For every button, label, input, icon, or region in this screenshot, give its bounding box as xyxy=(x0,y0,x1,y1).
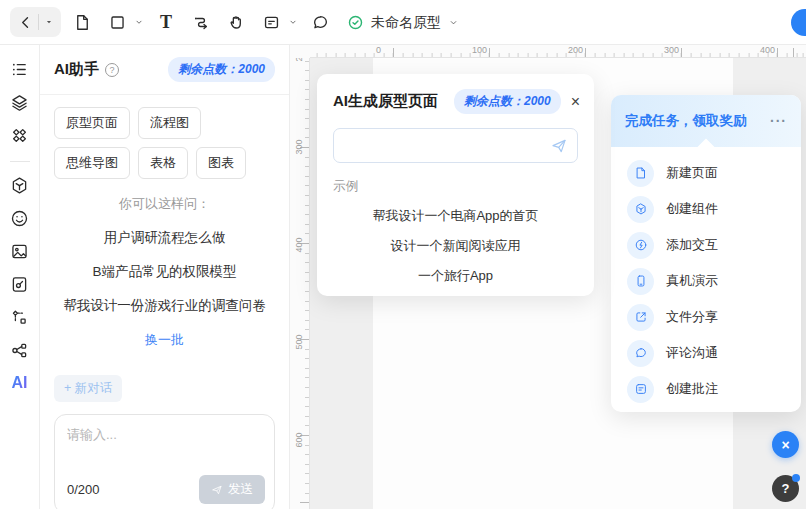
task-item-new-page[interactable]: 新建页面 xyxy=(611,155,801,191)
title-caret-icon[interactable] xyxy=(448,17,459,28)
comment-icon xyxy=(627,340,654,367)
chat-input-card: 0/200 发送 xyxy=(54,414,275,509)
type-button-table[interactable]: 表格 xyxy=(138,147,188,179)
example-item[interactable]: 一个旅行App xyxy=(317,267,594,285)
task-item-annotation[interactable]: 创建批注 xyxy=(611,371,801,407)
more-icon[interactable]: ··· xyxy=(770,114,787,128)
connector-tool-icon[interactable] xyxy=(187,8,215,36)
ruler-corner xyxy=(290,45,310,58)
saved-check-icon xyxy=(347,14,364,31)
ai-panel-body: 原型页面 流程图 思维导图 表格 图表 你可以这样问： 用户调研流程怎么做 B端… xyxy=(40,95,289,509)
send-button-label: 发送 xyxy=(228,481,253,498)
interaction-icon xyxy=(627,232,654,259)
emoji-icon[interactable] xyxy=(7,206,33,230)
task-label: 添加交互 xyxy=(666,236,718,254)
hand-tool-icon[interactable] xyxy=(222,8,250,36)
text-tool-icon[interactable]: T xyxy=(152,8,180,36)
task-label: 评论沟通 xyxy=(666,344,718,362)
example-item[interactable]: 设计一个新闻阅读应用 xyxy=(317,237,594,255)
new-page-icon[interactable] xyxy=(68,8,96,36)
ruler-label: 400 xyxy=(293,230,305,260)
tasks-header: 完成任务，领取奖励 ··· xyxy=(611,95,801,147)
notes-panel-icon[interactable] xyxy=(257,8,285,36)
refresh-suggestions-link[interactable]: 换一批 xyxy=(54,331,275,349)
components-icon[interactable] xyxy=(7,123,33,147)
frame-tool-caret-icon[interactable] xyxy=(133,8,145,36)
task-label: 真机演示 xyxy=(666,272,718,290)
dialog-header: AI生成原型页面 剩余点数：2000 × xyxy=(317,74,594,120)
ai-assistant-rail-item[interactable]: AI xyxy=(12,374,28,392)
dialog-title: AI生成原型页面 xyxy=(333,92,438,111)
type-button-prototype[interactable]: 原型页面 xyxy=(54,107,130,139)
send-icon[interactable] xyxy=(550,137,568,155)
component-icon xyxy=(627,196,654,223)
image-icon[interactable] xyxy=(7,239,33,263)
new-chat-button[interactable]: + 新对话 xyxy=(54,375,122,402)
task-item-device-preview[interactable]: 真机演示 xyxy=(611,263,801,299)
design-asset-icon[interactable] xyxy=(7,272,33,296)
char-count: 0/200 xyxy=(67,482,100,497)
app-window: T 未命名原型 xyxy=(0,0,806,509)
top-toolbar: T 未命名原型 xyxy=(0,0,806,45)
layers-icon[interactable] xyxy=(7,90,33,114)
ruler-label: 200 xyxy=(568,45,583,55)
close-icon[interactable]: × xyxy=(571,94,580,110)
suggestion-item[interactable]: 帮我设计一份游戏行业的调查问卷 xyxy=(54,297,275,315)
help-button[interactable]: ? xyxy=(772,475,799,502)
notification-dot xyxy=(792,474,800,482)
ruler-label: 600 xyxy=(293,425,305,455)
tasks-reward-panel: 完成任务，领取奖励 ··· 新建页面 创建组件 xyxy=(611,95,801,412)
task-item-add-interaction[interactable]: 添加交互 xyxy=(611,227,801,263)
document-title[interactable]: 未命名原型 xyxy=(371,14,441,32)
suggestion-item[interactable]: B端产品常见的权限模型 xyxy=(54,263,275,281)
ruler-label: 0 xyxy=(376,45,381,55)
points-badge: 剩余点数：2000 xyxy=(168,57,275,82)
device-preview-icon xyxy=(627,268,654,295)
material-icon[interactable] xyxy=(7,173,33,197)
prompt-input-wrap xyxy=(333,128,578,163)
chat-input[interactable] xyxy=(67,426,262,468)
type-button-flowchart[interactable]: 流程图 xyxy=(138,107,201,139)
back-icon[interactable] xyxy=(12,8,38,36)
divider xyxy=(10,161,30,162)
task-label: 创建批注 xyxy=(666,380,718,398)
frame-tool-icon[interactable] xyxy=(103,8,131,36)
task-item-file-share[interactable]: 文件分享 xyxy=(611,299,801,335)
vertical-ruler: 200 300 400 500 600 xyxy=(290,58,310,509)
type-button-mindmap[interactable]: 思维导图 xyxy=(54,147,130,179)
points-badge: 剩余点数：2000 xyxy=(454,89,561,114)
flow-share-icon[interactable] xyxy=(7,338,33,362)
ai-panel-title: AI助手 xyxy=(54,60,99,79)
type-button-chart[interactable]: 图表 xyxy=(196,147,246,179)
tasks-list: 新建页面 创建组件 添加交互 xyxy=(611,147,801,413)
suggestion-item[interactable]: 用户调研流程怎么做 xyxy=(54,229,275,247)
ai-generate-dialog: AI生成原型页面 剩余点数：2000 × 示例 帮我设计一个电商App的首页 设… xyxy=(317,74,594,296)
task-item-comment[interactable]: 评论沟通 xyxy=(611,335,801,371)
task-item-create-component[interactable]: 创建组件 xyxy=(611,191,801,227)
new-page-icon xyxy=(627,160,654,187)
comment-tool-icon[interactable] xyxy=(306,8,334,36)
ruler-label: 500 xyxy=(293,327,305,357)
avatar[interactable] xyxy=(791,9,806,36)
ruler-label: 100 xyxy=(472,45,487,55)
prompt-input[interactable] xyxy=(334,129,577,162)
send-icon xyxy=(211,484,223,496)
outline-list-icon[interactable] xyxy=(7,57,33,81)
vector-path-icon[interactable] xyxy=(7,305,33,329)
ruler-label: 200 xyxy=(293,58,305,69)
ruler-label: 400 xyxy=(760,45,775,55)
task-label: 创建组件 xyxy=(666,200,718,218)
task-label: 新建页面 xyxy=(666,164,718,182)
help-icon[interactable]: ? xyxy=(105,63,119,77)
ai-assistant-panel: AI助手 ? 剩余点数：2000 原型页面 流程图 思维导图 表格 图表 你可以… xyxy=(40,45,290,509)
canvas[interactable]: 0 100 200 300 400 200 300 400 500 600 AI… xyxy=(290,45,806,509)
task-label: 文件分享 xyxy=(666,308,718,326)
examples-label: 示例 xyxy=(333,178,578,195)
example-item[interactable]: 帮我设计一个电商App的首页 xyxy=(317,207,594,225)
file-share-icon xyxy=(627,304,654,331)
notes-panel-caret-icon[interactable] xyxy=(287,8,299,36)
back-menu-caret-icon[interactable] xyxy=(39,8,59,36)
close-tasks-button[interactable]: × xyxy=(772,431,799,458)
send-button[interactable]: 发送 xyxy=(199,475,265,504)
annotation-icon xyxy=(627,376,654,403)
